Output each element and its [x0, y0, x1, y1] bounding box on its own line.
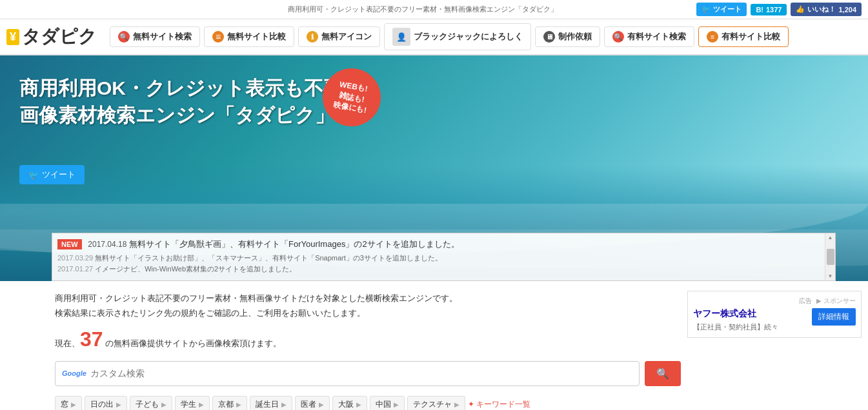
tag-osaka[interactable]: 大阪 ▶ [332, 396, 367, 410]
keyword-list-link[interactable]: ✦ キーワード一覧 [468, 399, 530, 410]
count-line: 現在、37 の無料画像提供サイトから画像検索頂けます。 [55, 327, 681, 351]
person-icon: 👤 [392, 28, 410, 46]
ad-subtitle: 【正社員・契約社員】続々 [693, 322, 778, 332]
hero-banner: 商用利用OK・クレジット表示も不要の 画像素材検索エンジン「タダピク」 WEBも… [0, 55, 868, 281]
news-main-item[interactable]: NEW 2017.04.18 無料サイト「夕鳥獣ギ画」、有料サイト「ForYou… [57, 239, 820, 250]
site-tagline: 商用利用可・クレジット表記不要のフリー素材・無料画像検索エンジン「タダピク」 [288, 5, 558, 14]
right-sidebar: 広告 ▶ スポンサー ヤフー株式会社 【正社員・契約社員】続々 詳細情報 [687, 291, 862, 410]
like-button[interactable]: 👍 いいね！ 1,204 [791, 3, 862, 16]
ad-content: ヤフー株式会社 【正社員・契約社員】続々 詳細情報 [693, 308, 856, 332]
nav-paid-search[interactable]: 🔍 有料サイト検索 [604, 26, 694, 47]
nav-free-search[interactable]: 🔍 無料サイト検索 [110, 26, 200, 47]
ad-inner: ヤフー株式会社 【正社員・契約社員】続々 詳細情報 [693, 308, 856, 332]
hatena-button[interactable]: B! 1377 [751, 4, 787, 15]
chip-arrow: ▶ [199, 401, 204, 408]
tag-kyoto[interactable]: 京都 ▶ [212, 396, 247, 410]
chip-arrow: ▶ [281, 401, 287, 408]
news-box: NEW 2017.04.18 無料サイト「夕鳥獣ギ画」、有料サイト「ForYou… [52, 233, 836, 281]
chip-arrow: ▶ [394, 401, 399, 408]
search-button[interactable]: 🔍 [645, 361, 681, 386]
twitter-button[interactable]: 🐦 ツイート [696, 3, 747, 16]
compare-circle-icon: ≡ [212, 31, 224, 43]
info-circle-icon: ℹ [307, 31, 318, 43]
chip-arrow: ▶ [71, 401, 76, 408]
chip-arrow: ▶ [236, 401, 241, 408]
nav-production[interactable]: 🖥 制作依頼 [535, 26, 600, 47]
logo-nav-bar: ¥ タダピク 🔍 無料サイト検索 ≡ 無料サイト比較 ℹ 無料アイコン 👤 ブラ… [0, 19, 868, 55]
news-scrollbar[interactable]: ▲ ▼ [825, 233, 835, 280]
chip-arrow: ▶ [454, 401, 459, 408]
tag-isha[interactable]: 医者 ▶ [295, 396, 330, 410]
news-sub-item-2[interactable]: 2017.01.27 イメージナビ、Win-WinWeb素材集の2サイトを追加し… [57, 264, 820, 275]
ad-text: ヤフー株式会社 【正社員・契約社員】続々 [693, 308, 778, 332]
chip-arrow: ▶ [319, 401, 324, 408]
main-navigation: 🔍 無料サイト検索 ≡ 無料サイト比較 ℹ 無料アイコン 👤 ブラックジャックに… [110, 23, 789, 50]
twitter-bird-icon: 🐦 [28, 170, 39, 180]
chip-arrow: ▶ [356, 401, 361, 408]
ad-label: 広告 ▶ スポンサー [693, 297, 856, 306]
search-input[interactable] [90, 368, 632, 378]
search-input-wrapper: Google [55, 361, 640, 386]
tag-texture[interactable]: テクスチャ ▶ [407, 396, 465, 410]
left-content: 商用利用可・クレジット表記不要のフリー素材・無料画像サイトだけを対象とした横断検… [55, 291, 681, 410]
paid-search-icon: 🔍 [612, 31, 624, 43]
tag-mado[interactable]: 窓 ▶ [55, 396, 82, 410]
google-logo: Google [62, 369, 86, 377]
scrollbar-thumb [827, 249, 834, 265]
yen-icon: ¥ [6, 29, 19, 45]
tag-gakusei[interactable]: 学生 ▶ [175, 396, 210, 410]
ad-detail-button[interactable]: 詳細情報 [812, 308, 856, 326]
tag-tanjobi[interactable]: 誕生日 ▶ [250, 396, 292, 410]
site-logo[interactable]: ¥ タダピク [6, 24, 97, 49]
new-badge: NEW [57, 239, 82, 249]
hero-heading: 商用利用OK・クレジット表示も不要の 画像素材検索エンジン「タダピク」 [19, 75, 363, 129]
tag-chips: 窓 ▶ 日の出 ▶ 子ども ▶ 学生 ▶ 京都 ▶ 誕生日 ▶ [55, 396, 681, 410]
site-count-number: 37 [80, 327, 103, 351]
logo-image: ¥ タダピク [6, 24, 97, 49]
logo-text: タダピク [22, 24, 97, 49]
search-circle-icon: 🔍 [118, 31, 130, 43]
monitor-icon: 🖥 [543, 31, 555, 43]
tag-hinode[interactable]: 日の出 ▶ [85, 396, 127, 410]
nav-free-icon[interactable]: ℹ 無料アイコン [298, 26, 380, 47]
thumbsup-icon: 👍 [796, 5, 805, 14]
nav-free-compare[interactable]: ≡ 無料サイト比較 [204, 26, 294, 47]
chip-arrow: ▶ [161, 401, 167, 408]
main-content: 商用利用可・クレジット表記不要のフリー素材・無料画像サイトだけを対象とした横断検… [0, 281, 868, 410]
tag-kodomo[interactable]: 子ども ▶ [130, 396, 172, 410]
paid-compare-icon: ≡ [707, 31, 718, 43]
social-buttons: 🐦 ツイート B! 1377 👍 いいね！ 1,204 [696, 3, 862, 16]
star-icon: ✦ [468, 400, 474, 409]
search-container: Google 🔍 [55, 361, 681, 386]
nav-blackjack[interactable]: 👤 ブラックジャックによろしく [384, 23, 531, 50]
top-bar: 商用利用可・クレジット表記不要のフリー素材・無料画像検索エンジン「タダピク」 🐦… [0, 0, 868, 19]
ad-title[interactable]: ヤフー株式会社 [693, 308, 778, 320]
hatena-icon: B! [756, 6, 763, 14]
tag-chugoku[interactable]: 中国 ▶ [370, 396, 405, 410]
hero-tweet-button[interactable]: 🐦 ツイート [19, 165, 85, 184]
nav-paid-compare[interactable]: ≡ 有料サイト比較 [698, 26, 789, 47]
search-magnifier-icon: 🔍 [656, 368, 669, 379]
description: 商用利用可・クレジット表記不要のフリー素材・無料画像サイトだけを対象とした横断検… [55, 291, 681, 321]
news-sub-item-1[interactable]: 2017.03.29 無料サイト「イラストお助け部」、「スキマナース」、有料サイ… [57, 253, 820, 264]
twitter-icon: 🐦 [701, 5, 711, 14]
chip-arrow: ▶ [116, 401, 121, 408]
ad-box: 広告 ▶ スポンサー ヤフー株式会社 【正社員・契約社員】続々 詳細情報 [687, 291, 862, 338]
